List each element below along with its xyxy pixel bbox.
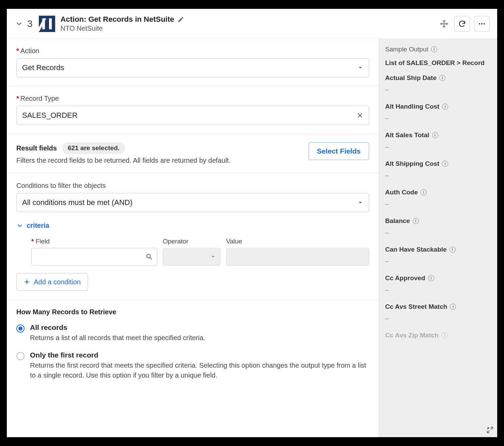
clear-record-type-button[interactable] bbox=[357, 112, 363, 119]
panel-title: Action: Get Records in NetSuite bbox=[61, 15, 174, 24]
more-menu-button[interactable] bbox=[474, 16, 490, 32]
criteria-field-label: * Field bbox=[31, 238, 157, 245]
svg-point-3 bbox=[147, 254, 151, 258]
action-section: *Action Get Records bbox=[7, 39, 379, 86]
retrieve-opt2-title: Only the first record bbox=[30, 351, 369, 359]
refresh-button[interactable] bbox=[454, 16, 470, 32]
result-fields-desc: Filters the record fields to be returned… bbox=[16, 157, 302, 164]
result-fields-section: Result fields 621 are selected. Filters … bbox=[7, 134, 379, 174]
sample-output-item: Actual Ship Datei – bbox=[385, 74, 491, 93]
criteria-operator-select[interactable] bbox=[163, 248, 221, 266]
sample-output-item: Can Have Stackablei – bbox=[385, 246, 491, 265]
sample-output-item: Alt Shipping Costi – bbox=[385, 160, 491, 179]
conditions-section: Conditions to filter the objects All con… bbox=[7, 174, 379, 300]
panel-header: 3 Action: Get Records in NetSuite NTO Ne… bbox=[7, 9, 497, 39]
search-icon bbox=[145, 253, 153, 260]
main-form: *Action Get Records *Record Type SALES_O… bbox=[7, 39, 379, 437]
sample-output-path: List of SALES_ORDER > Record bbox=[385, 59, 491, 67]
criteria-toggle[interactable]: criteria bbox=[16, 222, 369, 229]
info-icon[interactable]: i bbox=[413, 218, 419, 224]
record-type-value: SALES_ORDER bbox=[22, 111, 78, 120]
svg-point-0 bbox=[479, 23, 480, 25]
sample-output-sidebar: Sample Output i List of SALES_ORDER > Re… bbox=[379, 39, 497, 437]
result-fields-count-pill: 621 are selected. bbox=[62, 142, 125, 154]
select-fields-button[interactable]: Select Fields bbox=[309, 142, 369, 160]
sample-output-item: Cc Avs Street Matchi – bbox=[385, 303, 491, 322]
info-icon[interactable]: i bbox=[442, 161, 448, 167]
pencil-icon bbox=[177, 16, 184, 23]
move-icon bbox=[440, 20, 448, 28]
retrieve-opt2-desc: Returns the first record that meets the … bbox=[30, 361, 369, 380]
record-type-section: *Record Type SALES_ORDER bbox=[7, 86, 379, 134]
criteria-field-input[interactable] bbox=[31, 248, 157, 266]
info-icon[interactable]: i bbox=[441, 332, 447, 338]
sample-output-item: Cc Approvedi – bbox=[385, 274, 491, 293]
info-icon[interactable]: i bbox=[450, 304, 456, 310]
chevron-down-icon bbox=[16, 222, 23, 229]
refresh-icon bbox=[458, 20, 466, 28]
info-icon[interactable]: i bbox=[439, 75, 445, 81]
radio-all-records[interactable] bbox=[16, 324, 25, 333]
sample-output-item: Auth Codei – bbox=[385, 189, 491, 208]
action-select[interactable]: Get Records bbox=[16, 58, 369, 77]
radio-first-record[interactable] bbox=[16, 352, 25, 360]
sample-output-item: Alt Handling Costi – bbox=[385, 103, 491, 122]
close-icon bbox=[357, 112, 363, 119]
retrieve-opt1-title: All records bbox=[30, 323, 205, 332]
info-icon[interactable]: i bbox=[450, 246, 456, 253]
netsuite-logo bbox=[39, 16, 55, 32]
caret-down-icon bbox=[210, 254, 216, 260]
conditions-label: Conditions to filter the objects bbox=[16, 182, 369, 190]
sample-output-item: Alt Sales Totali – bbox=[385, 131, 491, 150]
collapse-toggle[interactable] bbox=[14, 19, 24, 29]
sample-output-item: Cc Avs Zip Matchi bbox=[385, 332, 491, 339]
add-condition-button[interactable]: Add a condition bbox=[16, 273, 88, 291]
conditions-value: All conditions must be met (AND) bbox=[22, 198, 132, 207]
svg-point-1 bbox=[481, 23, 483, 25]
chevron-down-icon bbox=[15, 20, 23, 28]
caret-down-icon bbox=[357, 65, 363, 71]
criteria-title: criteria bbox=[27, 222, 49, 229]
action-value: Get Records bbox=[22, 63, 64, 72]
info-icon[interactable]: i bbox=[428, 275, 434, 281]
criteria-value-label: Value bbox=[226, 238, 369, 245]
criteria-operator-label: Operator bbox=[163, 238, 221, 245]
info-icon[interactable]: i bbox=[431, 46, 437, 52]
ellipsis-icon bbox=[478, 20, 486, 28]
action-config-panel: 3 Action: Get Records in NetSuite NTO Ne… bbox=[7, 9, 497, 437]
result-fields-title: Result fields bbox=[16, 144, 57, 152]
criteria-row: * Field Operator bbox=[31, 238, 369, 266]
conditions-select[interactable]: All conditions must be met (AND) bbox=[16, 193, 369, 212]
sample-output-item: Balancei – bbox=[385, 217, 491, 236]
resize-icon bbox=[486, 426, 494, 434]
retrieve-option-all: All records Returns a list of all record… bbox=[16, 323, 369, 343]
resize-handle[interactable] bbox=[486, 426, 494, 434]
record-type-label: *Record Type bbox=[16, 95, 369, 102]
retrieve-section: How Many Records to Retrieve All records… bbox=[7, 300, 379, 397]
panel-subtitle: NTO NetSuite bbox=[61, 25, 185, 32]
step-number: 3 bbox=[27, 18, 33, 29]
retrieve-option-first: Only the first record Returns the first … bbox=[16, 351, 369, 380]
sample-output-title: Sample Output i bbox=[385, 46, 491, 53]
edit-title-button[interactable] bbox=[177, 16, 184, 23]
info-icon[interactable]: i bbox=[432, 132, 438, 138]
retrieve-title: How Many Records to Retrieve bbox=[16, 308, 369, 316]
action-label: *Action bbox=[16, 47, 369, 55]
retrieve-opt1-desc: Returns a list of all records that meet … bbox=[30, 333, 205, 343]
plus-icon bbox=[23, 278, 30, 285]
info-icon[interactable]: i bbox=[421, 189, 427, 195]
svg-point-2 bbox=[484, 23, 485, 25]
criteria-value-input[interactable] bbox=[226, 248, 369, 266]
info-icon[interactable]: i bbox=[442, 103, 448, 110]
record-type-input[interactable]: SALES_ORDER bbox=[16, 106, 369, 125]
caret-down-icon bbox=[357, 200, 363, 206]
move-handle[interactable] bbox=[438, 18, 450, 30]
